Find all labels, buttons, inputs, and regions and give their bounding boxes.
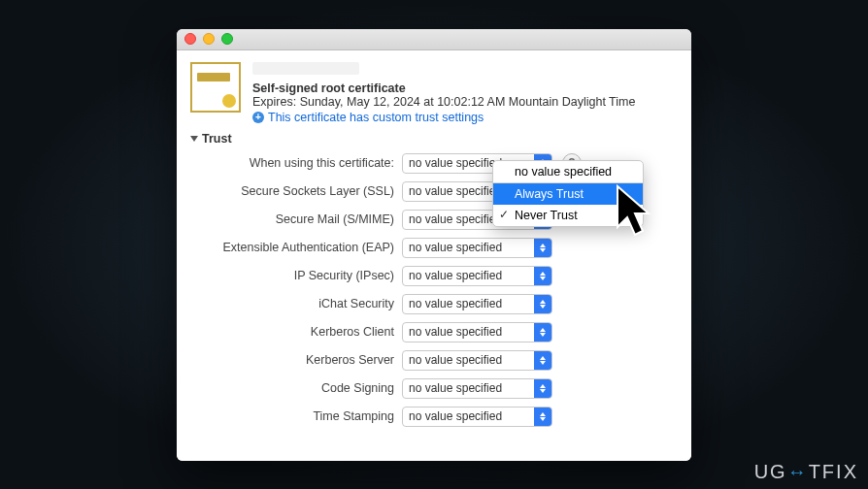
custom-trust-text: This certificate has custom trust settin… (268, 111, 484, 124)
trust-row-label: Kerberos Client (190, 325, 402, 339)
trust-row-label: Kerberos Server (190, 353, 402, 367)
trust-row-label: Code Signing (190, 381, 402, 395)
trust-policy-value: no value specified (409, 269, 502, 282)
popup-arrows-icon (534, 351, 551, 370)
watermark-arrow-icon: ↔ (787, 461, 809, 482)
trust-row-label: Time Stamping (190, 409, 402, 423)
trust-policy-popup[interactable]: no value specified (402, 322, 552, 342)
watermark-prefix: UG (754, 461, 787, 482)
certificate-header-text: Self-signed root certificate Expires: Su… (252, 62, 678, 124)
maximize-button[interactable] (221, 33, 233, 45)
trust-policy-value: no value specified (409, 212, 502, 226)
certificate-type: Self-signed root certificate (252, 82, 678, 95)
plus-icon: + (252, 112, 264, 123)
titlebar (177, 29, 691, 50)
dropdown-item-never-trust[interactable]: Never Trust (493, 205, 643, 226)
trust-policy-value: no value specified (409, 184, 502, 198)
popup-arrows-icon (534, 408, 551, 426)
trust-label: Trust (202, 132, 232, 146)
trust-section-header[interactable]: Trust (190, 132, 678, 146)
close-button[interactable] (184, 33, 196, 45)
custom-trust-line: + This certificate has custom trust sett… (252, 111, 678, 124)
certificate-header: Self-signed root certificate Expires: Su… (190, 62, 678, 124)
window-content: Self-signed root certificate Expires: Su… (177, 50, 691, 461)
trust-policy-value: no value specified (409, 409, 502, 423)
trust-row: Extensible Authentication (EAP)no value … (190, 238, 678, 258)
trust-policy-popup[interactable]: no value specified (402, 407, 552, 427)
watermark-suffix: TFIX (809, 461, 858, 482)
trust-policy-dropdown-menu[interactable]: no value specified Always Trust Never Tr… (492, 160, 644, 227)
trust-policy-value: no value specified (409, 353, 502, 367)
trust-policy-value: no value specified (409, 381, 502, 395)
trust-policy-value: no value specified (409, 241, 502, 254)
watermark: UG↔TFIX (754, 461, 858, 483)
trust-row: IP Security (IPsec)no value specified (190, 266, 678, 286)
certificate-name-redacted (252, 62, 359, 75)
dropdown-item-no-value[interactable]: no value specified (493, 161, 643, 182)
trust-policy-popup[interactable]: no value specified (402, 350, 552, 371)
trust-policy-popup[interactable]: no value specified (402, 294, 552, 314)
trust-policy-popup[interactable]: no value specified (402, 378, 552, 399)
trust-row-label: Extensible Authentication (EAP) (190, 241, 402, 254)
trust-row-label: When using this certificate: (190, 156, 402, 170)
popup-arrows-icon (534, 379, 551, 398)
disclosure-triangle-icon (190, 136, 198, 142)
certificate-window: Self-signed root certificate Expires: Su… (177, 29, 691, 461)
popup-arrows-icon (534, 295, 551, 313)
trust-row-label: Secure Mail (S/MIME) (190, 212, 402, 226)
popup-arrows-icon (534, 323, 551, 342)
trust-row: Kerberos Serverno value specified (190, 350, 678, 371)
trust-row: Kerberos Clientno value specified (190, 322, 678, 342)
trust-policy-value: no value specified (409, 156, 502, 170)
popup-arrows-icon (534, 267, 551, 285)
certificate-expiry: Expires: Sunday, May 12, 2024 at 10:02:1… (252, 95, 678, 109)
trust-policy-popup[interactable]: no value specified (402, 238, 552, 258)
certificate-icon (190, 62, 241, 113)
trust-row: iChat Securityno value specified (190, 294, 678, 314)
popup-arrows-icon (534, 239, 551, 257)
trust-row-label: iChat Security (190, 297, 402, 310)
trust-row-label: IP Security (IPsec) (190, 269, 402, 282)
trust-policy-value: no value specified (409, 325, 502, 339)
trust-policy-popup[interactable]: no value specified (402, 266, 552, 286)
trust-row: Code Signingno value specified (190, 378, 678, 399)
trust-policy-value: no value specified (409, 297, 502, 310)
dropdown-item-always-trust[interactable]: Always Trust (493, 183, 643, 205)
trust-row-label: Secure Sockets Layer (SSL) (190, 184, 402, 198)
trust-row: Time Stampingno value specified (190, 407, 678, 427)
minimize-button[interactable] (203, 33, 215, 45)
